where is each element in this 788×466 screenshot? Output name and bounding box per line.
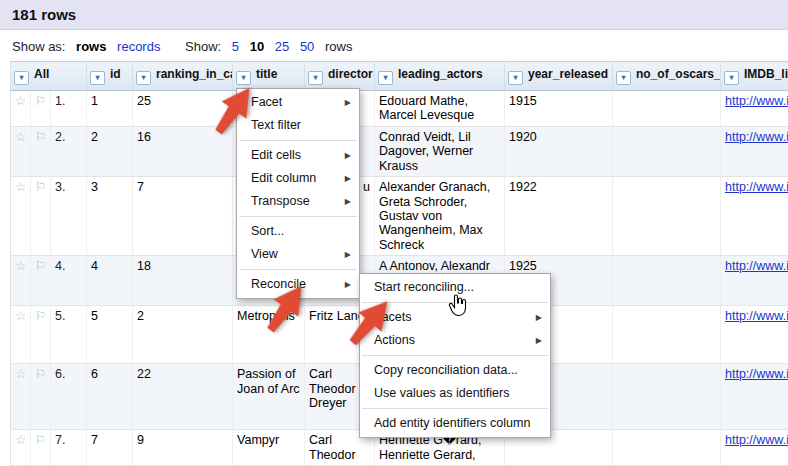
menu-item-copy-reconciliation-data[interactable]: Copy reconciliation data... [360, 359, 550, 382]
column-header-oscars: ▾no_of_oscars_w [613, 62, 721, 91]
show-as-records-option[interactable]: records [117, 39, 160, 54]
show-as-rows-option[interactable]: rows [76, 39, 106, 54]
cell-ranking[interactable]: 22 [133, 364, 233, 430]
title-column-menu: Facet▶ Text filter Edit cells▶ Edit colu… [236, 88, 360, 299]
imdb-link[interactable]: http://www.im [725, 180, 788, 194]
menu-item-edit-cells[interactable]: Edit cells▶ [237, 144, 359, 167]
imdb-link[interactable]: http://www.im [725, 309, 788, 323]
menu-separator [239, 269, 357, 270]
cell-id[interactable]: 2 [87, 127, 133, 177]
all-column-dropdown[interactable]: ▾ [14, 71, 29, 85]
star-icon[interactable]: ☆ [11, 177, 31, 256]
cell-ranking[interactable]: 7 [133, 177, 233, 256]
table-row: ☆ ⚐ 1. 1 25 Edouard Mathe, Marcel Levesq… [11, 91, 788, 127]
id-column-dropdown[interactable]: ▾ [90, 71, 105, 85]
row-index: 1. [51, 91, 87, 127]
flag-icon[interactable]: ⚐ [31, 177, 51, 256]
cell-title[interactable]: Vampyr [233, 430, 305, 466]
caret-down-icon: ▾ [514, 73, 518, 82]
cell-id[interactable]: 4 [87, 256, 133, 306]
star-icon[interactable]: ☆ [11, 127, 31, 177]
cell-oscars[interactable] [613, 256, 721, 306]
menu-item-transpose[interactable]: Transpose▶ [237, 190, 359, 213]
cell-year[interactable]: 1922 [505, 177, 613, 256]
menu-item-add-entity-identifiers-column[interactable]: Add entity identifiers column [360, 412, 550, 435]
column-header-leading-actors: ▾leading_actors [375, 62, 505, 91]
cell-oscars[interactable] [613, 91, 721, 127]
menu-item-sort[interactable]: Sort... [237, 220, 359, 243]
submenu-arrow-icon: ▶ [345, 148, 351, 163]
cell-year[interactable]: 1920 [505, 127, 613, 177]
ranking-column-dropdown[interactable]: ▾ [136, 71, 151, 85]
flag-icon[interactable]: ⚐ [31, 256, 51, 306]
imdb-column-dropdown[interactable]: ▾ [724, 71, 739, 85]
menu-item-use-values-as-identifiers[interactable]: Use values as identifiers [360, 382, 550, 405]
cell-ranking[interactable]: 18 [133, 256, 233, 306]
imdb-link[interactable]: http://www.im [725, 259, 788, 273]
year-column-dropdown[interactable]: ▾ [508, 71, 523, 85]
column-header-id: ▾id [87, 62, 133, 91]
cell-id[interactable]: 6 [87, 364, 133, 430]
row-index: 6. [51, 364, 87, 430]
star-icon[interactable]: ☆ [11, 306, 31, 364]
caret-down-icon: ▾ [622, 73, 626, 82]
cell-actors[interactable]: Edouard Mathe, Marcel Levesque [375, 91, 505, 127]
row-index: 4. [51, 256, 87, 306]
menu-separator [362, 355, 548, 356]
page-size-25[interactable]: 25 [275, 39, 289, 54]
page-size-10[interactable]: 10 [250, 39, 264, 54]
cell-oscars[interactable] [613, 430, 721, 466]
cell-year[interactable]: 1915 [505, 91, 613, 127]
menu-separator [239, 216, 357, 217]
star-icon[interactable]: ☆ [11, 430, 31, 466]
flag-icon[interactable]: ⚐ [31, 306, 51, 364]
flag-icon[interactable]: ⚐ [31, 127, 51, 177]
rows-count-bar: 181 rows [0, 0, 788, 30]
cell-id[interactable]: 1 [87, 91, 133, 127]
oscars-column-dropdown[interactable]: ▾ [616, 71, 631, 85]
page-size-5[interactable]: 5 [232, 39, 239, 54]
cell-actors[interactable]: Alexander Granach, Greta Schroder, Gusta… [375, 177, 505, 256]
column-header-all: ▾All [11, 62, 87, 91]
menu-item-edit-column[interactable]: Edit column▶ [237, 167, 359, 190]
show-label: Show: [185, 39, 221, 54]
actors-column-dropdown[interactable]: ▾ [378, 71, 393, 85]
flag-icon[interactable]: ⚐ [31, 430, 51, 466]
cell-id[interactable]: 5 [87, 306, 133, 364]
star-icon[interactable]: ☆ [11, 364, 31, 430]
column-header-director: ▾director [305, 62, 375, 91]
caret-down-icon: ▾ [730, 73, 734, 82]
cell-oscars[interactable] [613, 177, 721, 256]
imdb-link[interactable]: http://www.im [725, 94, 788, 108]
imdb-link[interactable]: http://www.im [725, 367, 788, 381]
menu-item-view[interactable]: View▶ [237, 243, 359, 266]
submenu-arrow-icon: ▶ [345, 277, 351, 292]
cell-id[interactable]: 7 [87, 430, 133, 466]
submenu-arrow-icon: ▶ [345, 171, 351, 186]
menu-item-text-filter[interactable]: Text filter [237, 114, 359, 137]
submenu-arrow-icon: ▶ [536, 333, 542, 348]
openrefine-screen: 181 rows Show as: rows records Show: 5 1… [0, 0, 788, 466]
cell-ranking[interactable]: 9 [133, 430, 233, 466]
star-icon[interactable]: ☆ [11, 256, 31, 306]
caret-down-icon: ▾ [96, 73, 100, 82]
menu-item-actions[interactable]: Actions▶ [360, 329, 550, 352]
director-column-dropdown[interactable]: ▾ [308, 71, 323, 85]
page-size-50[interactable]: 50 [300, 39, 314, 54]
table-row: ☆ ⚐ 3. 3 7 u Alexander Granach, Greta Sc… [11, 177, 788, 256]
cell-ranking[interactable]: 16 [133, 127, 233, 177]
cell-oscars[interactable] [613, 364, 721, 430]
flag-icon[interactable]: ⚐ [31, 364, 51, 430]
flag-icon[interactable]: ⚐ [31, 91, 51, 127]
column-header-imdb: ▾IMDB_lin [721, 62, 788, 91]
caret-down-icon: ▾ [19, 73, 23, 82]
cell-oscars[interactable] [613, 306, 721, 364]
imdb-link[interactable]: http://www.im [725, 433, 788, 447]
cell-ranking[interactable]: 2 [133, 306, 233, 364]
cell-actors[interactable]: Conrad Veidt, Lil Dagover, Werner Krauss [375, 127, 505, 177]
cell-id[interactable]: 3 [87, 177, 133, 256]
cell-oscars[interactable] [613, 127, 721, 177]
cell-title[interactable]: Passion of Joan of Arc [233, 364, 305, 430]
star-icon[interactable]: ☆ [11, 91, 31, 127]
imdb-link[interactable]: http://www.im [725, 130, 788, 144]
